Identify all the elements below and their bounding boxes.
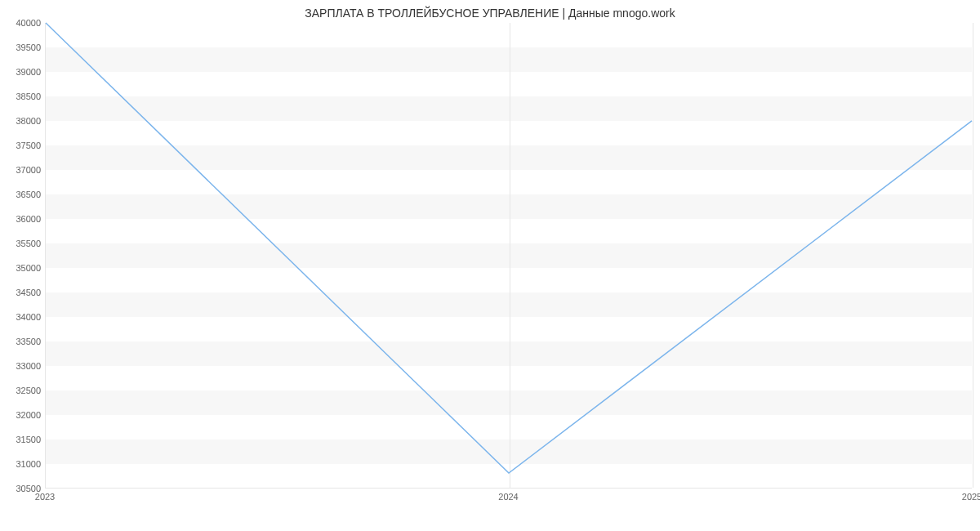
y-tick-label: 36500 bbox=[4, 190, 41, 199]
chart-title: ЗАРПЛАТА В ТРОЛЛЕЙБУСНОЕ УПРАВЛЕНИЕ | Да… bbox=[0, 7, 980, 20]
y-tick-label: 38500 bbox=[4, 91, 41, 101]
y-tick-label: 40000 bbox=[4, 18, 41, 28]
x-tick-label: 2025 bbox=[962, 492, 980, 502]
y-tick-label: 38000 bbox=[4, 116, 41, 126]
chart-container: ЗАРПЛАТА В ТРОЛЛЕЙБУСНОЕ УПРАВЛЕНИЕ | Да… bbox=[0, 0, 980, 531]
y-tick-label: 34500 bbox=[4, 288, 41, 297]
x-tick-label: 2024 bbox=[498, 492, 518, 502]
y-tick-label: 35000 bbox=[4, 263, 41, 273]
x-tick-label: 2023 bbox=[35, 492, 55, 502]
plot-area bbox=[45, 23, 972, 489]
y-tick-label: 33000 bbox=[4, 361, 41, 371]
y-tick-label: 32000 bbox=[4, 410, 41, 420]
y-tick-label: 34000 bbox=[4, 312, 41, 322]
y-tick-label: 37500 bbox=[4, 141, 41, 150]
y-tick-label: 31500 bbox=[4, 435, 41, 444]
y-tick-label: 31000 bbox=[4, 459, 41, 469]
y-tick-label: 35500 bbox=[4, 239, 41, 248]
y-tick-label: 39000 bbox=[4, 67, 41, 77]
y-tick-label: 33500 bbox=[4, 337, 41, 346]
y-tick-label: 32500 bbox=[4, 386, 41, 395]
line-series bbox=[46, 23, 972, 488]
series-line bbox=[46, 23, 972, 473]
x-gridline bbox=[973, 23, 973, 488]
y-tick-label: 36000 bbox=[4, 214, 41, 224]
y-tick-label: 39500 bbox=[4, 42, 41, 52]
y-tick-label: 37000 bbox=[4, 165, 41, 175]
